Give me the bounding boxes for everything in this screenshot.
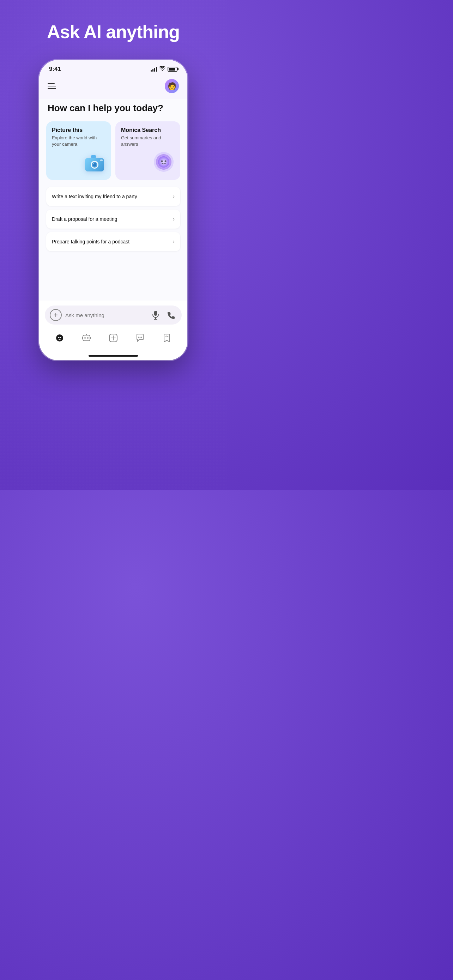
svg-point-5 [93,163,94,164]
svg-rect-24 [90,337,91,339]
suggestion-text-2: Draft a proposal for a meeting [52,216,117,222]
svg-point-29 [140,337,141,338]
input-row: + [45,305,182,325]
app-header: 🧑 [39,75,188,99]
chevron-right-icon-1: › [173,193,175,200]
chevron-right-icon-2: › [173,216,175,222]
svg-rect-7 [100,159,103,161]
nav-item-home[interactable] [51,331,69,345]
bottom-nav [39,328,188,352]
svg-rect-6 [91,155,96,158]
status-icons [151,66,178,72]
suggestion-item-1[interactable]: Write a text inviting my friend to a par… [46,187,180,206]
picture-this-title: Picture this [52,127,105,134]
monica-icon [153,151,175,174]
monica-search-title: Monica Search [121,127,175,134]
camera-icon [84,153,105,174]
signal-bars-icon [151,67,157,72]
feature-cards: Picture this Explore the world with your… [46,121,180,180]
content-spacer [46,251,180,294]
suggestion-item-2[interactable]: Draft a proposal for a meeting › [46,210,180,229]
phone-call-button[interactable] [165,309,177,321]
app-content: How can I help you today? Picture this E… [39,99,188,301]
suggestion-text-1: Write a text inviting my friend to a par… [52,194,137,199]
wifi-icon [159,66,165,72]
phone-frame: 9:41 [39,60,188,360]
home-indicator-container [39,352,188,360]
microphone-button[interactable] [150,309,161,321]
svg-point-11 [161,161,163,162]
menu-button[interactable] [48,83,56,89]
bookmark-nav-icon [162,333,172,343]
nav-item-bot[interactable] [77,331,95,345]
svg-point-12 [165,161,167,162]
home-nav-icon [55,333,65,343]
status-time: 9:41 [49,65,61,73]
svg-point-30 [141,337,142,338]
nav-item-bookmark[interactable] [158,331,176,345]
chat-nav-icon [135,333,145,343]
picture-this-subtitle: Explore the world with your camera [52,135,105,148]
svg-point-28 [138,337,139,338]
add-button[interactable]: + [50,309,62,321]
nav-item-chat[interactable] [131,331,149,345]
battery-icon [168,67,178,72]
svg-point-20 [84,337,86,339]
svg-rect-13 [154,311,157,316]
greeting-text: How can I help you today? [46,99,180,121]
svg-point-21 [87,337,89,339]
home-indicator [89,355,138,356]
svg-rect-23 [82,337,83,339]
hero-title: Ask AI anything [47,21,180,42]
chat-input[interactable] [65,312,146,318]
bottom-input-bar: + [39,301,188,328]
avatar[interactable]: 🧑 [165,79,179,93]
feature-card-monica-search[interactable]: Monica Search Get summaries and answers [115,121,180,180]
svg-rect-22 [86,334,87,335]
svg-point-10 [158,156,169,167]
chevron-right-icon-3: › [173,239,175,245]
add-nav-icon [108,333,118,343]
suggestion-text-3: Prepare talking points for a podcast [52,239,129,245]
svg-point-16 [56,334,63,342]
feature-card-picture-this[interactable]: Picture this Explore the world with your… [46,121,111,180]
bot-nav-icon [81,333,91,343]
suggestions-list: Write a text inviting my friend to a par… [46,187,180,251]
svg-rect-19 [83,335,90,341]
svg-point-17 [58,337,60,338]
suggestion-item-3[interactable]: Prepare talking points for a podcast › [46,232,180,251]
status-bar: 9:41 [39,60,188,75]
nav-item-add[interactable] [104,331,122,345]
svg-point-18 [60,337,61,338]
monica-search-subtitle: Get summaries and answers [121,135,175,148]
